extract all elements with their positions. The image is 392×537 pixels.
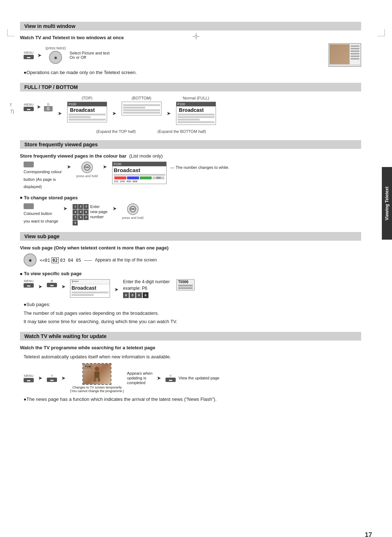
section5-title: Watch TV while waiting for update — [20, 332, 361, 341]
svg-rect-1 — [94, 371, 99, 378]
section3-subtitle: Store frequently viewed pages in the col… — [20, 153, 361, 159]
y-button[interactable]: ▬ — [47, 378, 57, 382]
section4-enter-col: Enter the 4-digit number example: P6 0 0… — [123, 279, 170, 298]
section5-row: MENU ▬ ➤ Y ▬ ➤ P108 — [24, 363, 361, 393]
ok-button[interactable]: OK — [81, 162, 93, 173]
subpage-indicator: <<01 02 03 04 05 — [40, 257, 81, 263]
section5-menu-btn[interactable]: ▬ — [24, 378, 34, 382]
section5-tvscreen-col: P108 Changes to TV screen t — [70, 363, 124, 393]
section4-b-col: B ▬ — [47, 279, 57, 287]
left-margin: f 7) — [10, 102, 14, 115]
key-5[interactable]: 5 — [78, 209, 83, 215]
num-changes-desc: — The number changes to white. — [170, 164, 229, 170]
ftb-full-item: Normal (FULL) P100 Broadcast — [176, 96, 216, 125]
section3-row: Corresponding colour button (As page is … — [24, 162, 361, 191]
key-6[interactable]: 6 — [83, 209, 89, 215]
digit-6: 6 — [143, 292, 148, 298]
y-button2[interactable]: ▬ — [166, 378, 176, 382]
section4-menu-btn[interactable]: ▬ — [24, 283, 34, 288]
section4-subtitle: View sub page (Only when teletext conten… — [20, 245, 361, 251]
numpad-col: 1 2 3 4 5 6 7 8 9 0 Enter — [73, 204, 107, 225]
view-updated-text: View the updated page — [179, 376, 219, 380]
colour-bar: 888 — [114, 176, 164, 179]
p108-label: P108 — [84, 365, 92, 369]
svg-rect-2 — [94, 378, 96, 382]
menu-button[interactable]: ▬ — [24, 55, 34, 59]
s4-arrow2: ➤ — [61, 284, 66, 289]
crosshair-top — [192, 33, 200, 40]
svg-point-0 — [95, 367, 99, 371]
digit-0-2: 0 — [130, 292, 135, 298]
section4-teletext-box: T**** Broadcast — [70, 279, 110, 298]
ftb-top-item: (TOP) P100 Broadcast — [67, 96, 107, 122]
numpad-container: 1 2 3 4 5 6 7 8 9 0 — [73, 204, 89, 225]
section5-subtitle: Watch the TV programme while searching f… — [20, 345, 361, 350]
section-full-top-bottom: FULL / TOP / BOTTOM MENU ▬ ➤ G G — [20, 83, 361, 134]
section4-note1: ●Sub pages: — [24, 301, 361, 308]
key-3[interactable]: 3 — [83, 204, 89, 209]
section-store-pages: Store frequently viewed pages Store freq… — [20, 140, 361, 226]
menu-button-col: MENU ▬ — [24, 51, 34, 59]
key-7[interactable]: 7 — [73, 215, 78, 220]
section5-desc: Teletext automatically updates itself wh… — [24, 353, 361, 361]
person-icon — [91, 366, 102, 382]
colour-btn-desc: Corresponding colour button (As page is … — [24, 162, 62, 191]
digit-0-1: 0 — [123, 292, 129, 298]
s5-arrow1: ➤ — [38, 375, 42, 381]
digit-0-3: 0 — [136, 292, 142, 298]
multiwindow-mockup — [328, 43, 361, 67]
p100-broadcast-colourbar: P100 Broadcast 888 — [112, 162, 167, 184]
section4-menu-col: MENU ▬ — [24, 279, 34, 288]
s4-arrow3: ➤ — [114, 286, 119, 292]
key-0[interactable]: 0 — [73, 220, 78, 225]
section-view-subpage: View sub page View sub page (Only when t… — [20, 232, 361, 325]
s3-arrow4: ➤ — [113, 206, 117, 211]
key-2[interactable]: 2 — [78, 204, 83, 209]
key-4[interactable]: 4 — [73, 209, 78, 215]
nav-circle-1[interactable]: ◉ — [49, 51, 62, 64]
section4-broadcast-col: T**** Broadcast — [70, 279, 110, 298]
ftb-arrow3: ➤ — [112, 110, 117, 116]
section1-note: ●Operations can be made only on the Tele… — [24, 69, 361, 76]
section1-row1: MENU ▬ ➤ (press twice) ◉ Select Picture … — [24, 43, 361, 67]
digit-sequence: 0 0 0 6 — [123, 292, 170, 298]
t0006-box-col: T0006 — [176, 279, 195, 290]
changes-to-tv-text: Changes to TV screen temporarily — [72, 386, 122, 389]
s3-arrow3: ➤ — [63, 206, 68, 211]
section3-subsection: To change stored pages — [20, 195, 361, 200]
full-teletext-box: P100 Broadcast — [176, 102, 216, 125]
t0006-box: T0006 — [176, 279, 195, 290]
main-content: View in multi window Watch TV and Telete… — [20, 22, 374, 403]
ok-press-hold-col2: OK press and hold — [122, 203, 143, 220]
b-button[interactable]: ▬ — [47, 283, 57, 287]
section4-specific-row: MENU ▬ ➤ B ▬ ➤ T**** B — [24, 279, 361, 298]
section4-row1: ◉ <<01 02 03 04 05 —— Appears at the top… — [24, 253, 361, 267]
section2-title: FULL / TOP / BOTTOM — [20, 83, 361, 91]
s3-arrow2: ➤ — [103, 164, 107, 170]
bottom-teletext-box — [122, 102, 162, 115]
corner-mark-tl — [7, 29, 15, 36]
ok-button2[interactable]: OK — [127, 203, 139, 215]
ftb-bottom-item: (BOTTOM) — [122, 96, 162, 115]
key-1[interactable]: 1 — [73, 204, 78, 209]
ftb-menu-button[interactable]: ▬ — [24, 107, 34, 111]
appears-when-col: Appears when updating is completed — [127, 371, 152, 385]
s4-arrow1: ➤ — [38, 284, 42, 289]
ftb-arrow2: ➤ — [58, 110, 62, 116]
section-watch-tv-wait: Watch TV while waiting for update Watch … — [20, 332, 361, 403]
ftb-arrow4: ➤ — [167, 110, 171, 116]
key-8[interactable]: 8 — [78, 215, 83, 220]
side-tab: Viewing Teletext — [382, 167, 392, 240]
coloured-btn-col: Coloured button you want to change — [24, 203, 58, 226]
s3-teletext-box: P100 Broadcast 888 — [112, 162, 167, 184]
key-9[interactable]: 9 — [83, 215, 89, 220]
nav-circle-2[interactable]: ◉ — [24, 253, 37, 267]
updating-tv-screen: P108 — [82, 363, 111, 385]
colour-button2[interactable] — [24, 203, 34, 209]
s5-arrow2: ➤ — [61, 375, 66, 381]
section5-menu-col: MENU ▬ — [24, 374, 34, 382]
ftb-arrow1: ➤ — [37, 104, 41, 110]
g-button[interactable]: G — [44, 106, 53, 111]
colour-button[interactable] — [24, 162, 34, 167]
ftb-menu-col: MENU ▬ ➤ G G — [24, 102, 53, 111]
